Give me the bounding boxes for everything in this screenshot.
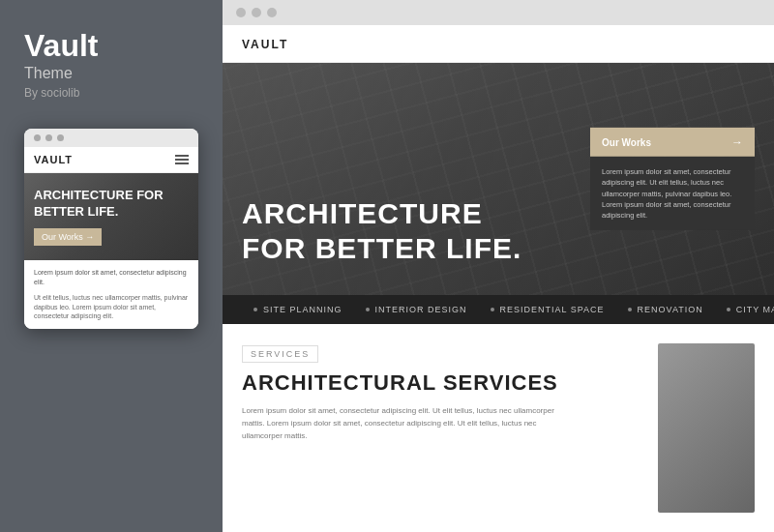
nav-dot-5 xyxy=(727,308,730,311)
brand-author: By sociolib xyxy=(24,86,198,100)
services-image xyxy=(658,343,755,513)
hamburger-icon xyxy=(175,155,189,164)
brand-subtitle: Theme xyxy=(24,65,198,82)
hero-card: Our Works → Lorem ipsum dolor sit amet, … xyxy=(590,128,755,230)
mobile-dot-2 xyxy=(45,134,52,141)
desktop-hero: ARCHITECTURE FOR BETTER LIFE. Our Works … xyxy=(223,63,774,295)
desktop-dot-2 xyxy=(252,8,261,17)
works-arrow-icon: → xyxy=(731,135,743,149)
mobile-brand: VAULT xyxy=(34,154,73,165)
mobile-content: Lorem ipsum dolor sit amet, consectetur … xyxy=(24,260,198,329)
desktop-nav: VAULT xyxy=(223,25,774,63)
hero-card-body: Lorem ipsum dolor sit amet, consectetur … xyxy=(590,157,755,230)
nav-dot-2 xyxy=(366,308,370,311)
nav-item-interior-design[interactable]: INTERIOR DESIGN xyxy=(354,305,479,314)
services-description: Lorem ipsum dolor sit amet, consectetur … xyxy=(242,405,571,442)
mobile-works-button[interactable]: Our Works → xyxy=(34,228,102,246)
desktop-brand: VAULT xyxy=(242,38,288,51)
nav-item-city-marks[interactable]: CITY MARKS xyxy=(715,305,774,314)
works-description: Lorem ipsum dolor sit amet, consectetur … xyxy=(602,166,743,221)
works-label: Our Works xyxy=(602,136,651,147)
desktop-dot-1 xyxy=(236,8,246,17)
nav-label-interior-design: INTERIOR DESIGN xyxy=(375,305,467,314)
nav-label-renovation: RENOVATION xyxy=(638,305,703,314)
brand-name: Vault xyxy=(24,29,198,63)
desktop-nav-bar: SITE PLANNING INTERIOR DESIGN RESIDENTIA… xyxy=(223,295,774,324)
desktop-dot-3 xyxy=(267,8,277,17)
nav-label-site-planning: SITE PLANNING xyxy=(263,305,342,314)
desktop-preview: VAULT ARCHITECTURE FOR BETTER LIFE. Our … xyxy=(223,0,774,532)
services-tag: SERVICES xyxy=(242,345,318,363)
sidebar: Vault Theme By sociolib VAULT ARCHITECTU… xyxy=(0,0,223,532)
nav-dot-1 xyxy=(253,308,257,311)
nav-dot-3 xyxy=(491,308,494,311)
mobile-text-1: Lorem ipsum dolor sit amet, consectetur … xyxy=(34,268,189,287)
mobile-nav: VAULT xyxy=(24,147,198,173)
nav-item-site-planning[interactable]: SITE PLANNING xyxy=(242,305,354,314)
desktop-content: VAULT ARCHITECTURE FOR BETTER LIFE. Our … xyxy=(223,25,774,532)
desktop-browser-bar xyxy=(223,0,774,25)
mobile-dot-1 xyxy=(34,134,41,141)
sidebar-title: Vault Theme By sociolib xyxy=(24,29,198,100)
mobile-hero-heading: ARCHITECTURE FOR BETTER LIFE. xyxy=(34,188,189,221)
mobile-preview: VAULT ARCHITECTURE FOR BETTER LIFE. Our … xyxy=(24,129,198,329)
hero-heading-line2: FOR BETTER LIFE. xyxy=(242,231,755,266)
nav-item-residential-space[interactable]: RESIDENTIAL SPACE xyxy=(479,305,616,314)
nav-label-residential-space: RESIDENTIAL SPACE xyxy=(500,305,605,314)
mobile-hero: ARCHITECTURE FOR BETTER LIFE. Our Works … xyxy=(24,173,198,260)
mobile-text-2: Ut elit tellus, luctus nec ullamcorper m… xyxy=(34,293,189,321)
mobile-browser-bar xyxy=(24,129,198,147)
mobile-dot-3 xyxy=(57,134,64,141)
services-section: SERVICES ARCHITECTURAL SERVICES Lorem ip… xyxy=(223,324,774,532)
services-content: SERVICES ARCHITECTURAL SERVICES Lorem ip… xyxy=(242,343,639,513)
services-title: ARCHITECTURAL SERVICES xyxy=(242,370,639,396)
nav-dot-4 xyxy=(628,308,632,311)
hero-card-header[interactable]: Our Works → xyxy=(590,128,755,157)
nav-item-renovation[interactable]: RENOVATION xyxy=(616,305,715,314)
nav-label-city-marks: CITY MARKS xyxy=(736,305,774,314)
